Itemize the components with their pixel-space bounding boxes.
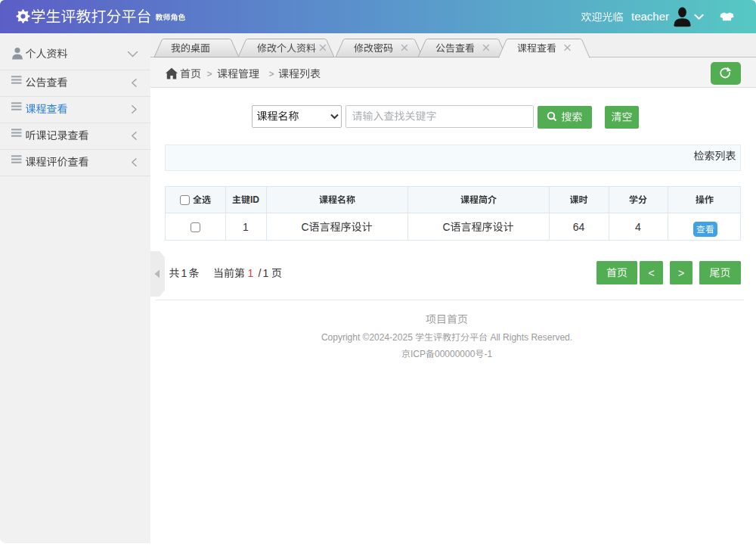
svg-text:teacher: teacher [631, 10, 669, 23]
svg-text:/: / [259, 267, 262, 279]
svg-text:ICP: ICP [411, 349, 426, 359]
svg-text:C: C [301, 221, 308, 233]
svg-text:1: 1 [181, 267, 187, 279]
svg-text:Copyright ©2024-2025: Copyright ©2024-2025 [321, 332, 413, 343]
svg-text:All Rights Reserved.: All Rights Reserved. [490, 332, 572, 343]
svg-text:1: 1 [248, 267, 254, 279]
svg-text:1: 1 [243, 221, 249, 233]
svg-text:64: 64 [573, 221, 585, 233]
svg-text:>: > [269, 69, 274, 79]
svg-text:4: 4 [635, 221, 641, 233]
svg-text:>: > [207, 69, 212, 79]
svg-text:00000000: 00000000 [435, 349, 476, 359]
svg-text:ID: ID [250, 194, 259, 205]
svg-text:-1: -1 [484, 349, 492, 359]
svg-text:>: > [678, 267, 684, 279]
svg-text:<: < [648, 267, 654, 279]
svg-text:1: 1 [263, 267, 269, 279]
svg-text:C: C [442, 221, 450, 233]
